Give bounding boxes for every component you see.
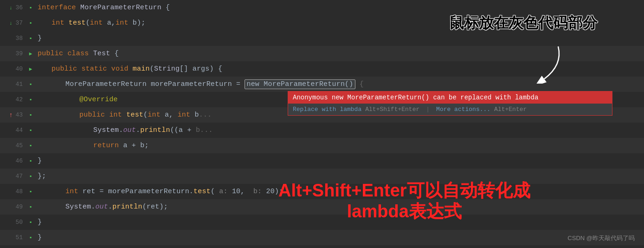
gutter-icon: ▪ [29, 204, 32, 210]
gutter-icon: ▪ [29, 219, 32, 226]
tooltip-popup: Anonymous new MoreParameterReturn() can … [288, 91, 612, 116]
gutter-icon: ▪ [29, 20, 32, 26]
code-line-51: ↓ 51 ▪ } [0, 230, 644, 245]
triangle-icon: ▶ [29, 66, 32, 72]
code-line-45: ↓ 45 ▪ return a + b; [0, 138, 644, 153]
replace-lambda-shortcut: Alt+Shift+Enter [365, 106, 419, 113]
tooltip-message: Anonymous new MoreParameterReturn() can … [288, 91, 612, 104]
code-line-46: ↓ 46 ▪ } [0, 153, 644, 169]
replace-lambda-link[interactable]: Replace with lambda [293, 106, 361, 113]
gutter-icon: ▪ [29, 189, 32, 195]
gutter-icon: ▪ [29, 158, 32, 164]
annotation-arrow [516, 42, 572, 86]
gutter-icon: ▪ [29, 235, 32, 241]
gutter-icon: ▪ [29, 112, 32, 118]
arrow-up-icon: ↑ [7, 111, 14, 119]
lambda-annotation: Alt+Shift+Enter可以自动转化成 lambda表达式 [278, 180, 530, 222]
highlighted-code: new MoreParameterReturn() [245, 79, 355, 89]
triangle-icon: ▶ [29, 51, 32, 57]
arrow-down-icon: ↓ [7, 20, 14, 26]
more-actions-shortcut: Alt+Enter [494, 106, 527, 113]
code-editor: ↓ 36 ▪ interface MoreParameterReturn { ↓… [0, 0, 644, 248]
tooltip-actions: Replace with lambda Alt+Shift+Enter | Mo… [288, 104, 612, 115]
gutter-icon: ▪ [29, 97, 32, 103]
top-annotation: 鼠标放在灰色代码部分 [449, 13, 598, 33]
gutter-icon: ▪ [29, 143, 32, 149]
arrow-down-icon: ↓ [7, 5, 14, 11]
gutter-icon: ▪ [29, 35, 32, 42]
more-actions-link[interactable]: More actions... [436, 106, 490, 113]
csdn-watermark: CSDN @昨天敲代码了吗 [567, 234, 635, 242]
code-line-44: ↓ 44 ▪ System.out.println((a + b... [0, 123, 644, 138]
gutter-icon: ▪ [29, 173, 32, 180]
gutter-icon: ▪ [29, 81, 32, 88]
gutter-icon: ▪ [29, 127, 32, 134]
gutter-icon: ▪ [29, 5, 32, 11]
